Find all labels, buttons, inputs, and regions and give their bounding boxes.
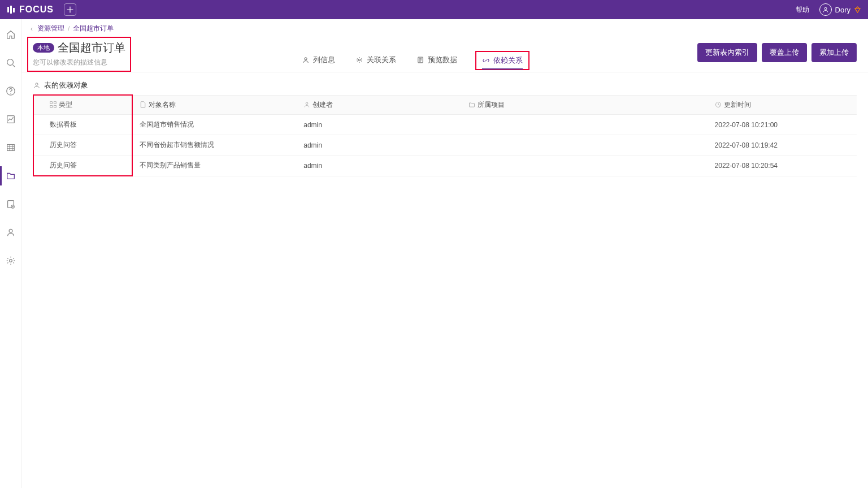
- svg-point-11: [9, 229, 12, 232]
- cell-type: 数据看板: [33, 115, 132, 135]
- svg-point-3: [824, 7, 827, 10]
- tab-columns-label: 列信息: [313, 55, 335, 65]
- page-title: 全国超市订单: [58, 40, 125, 55]
- topbar-left: FOCUS: [7, 3, 76, 16]
- title-block-highlight: 本地 全国超市订单 您可以修改表的描述信息: [27, 37, 131, 72]
- cell-updated: 2022-07-08 10:21:00: [692, 115, 857, 135]
- folder-icon: [468, 102, 475, 110]
- th-project: 所属项目: [462, 96, 692, 115]
- tab-dependency[interactable]: 依赖关系: [475, 51, 530, 70]
- th-updated: 更新时间: [692, 96, 857, 115]
- user-icon: [303, 102, 310, 110]
- source-badge: 本地: [33, 43, 54, 53]
- cell-project: [462, 115, 692, 135]
- append-upload-button[interactable]: 累加上传: [811, 43, 857, 62]
- breadcrumb-current[interactable]: 全国超市订单: [73, 24, 114, 33]
- topbar-right: 帮助 Dory: [796, 3, 861, 16]
- user-menu[interactable]: Dory: [819, 3, 861, 16]
- sidebar-chart[interactable]: [0, 112, 21, 127]
- table-header-row: 类型 对象名称 创建者 所属项目 更新时间: [33, 96, 857, 115]
- gear-icon: [355, 56, 363, 64]
- logo-icon: [7, 5, 16, 14]
- page-description[interactable]: 您可以修改表的描述信息: [33, 58, 125, 67]
- cell-creator: admin: [297, 115, 461, 135]
- list-icon: [416, 56, 424, 64]
- tabs: 列信息 关联关系 预览数据 依赖关系: [300, 49, 530, 72]
- svg-rect-0: [7, 7, 9, 12]
- user-name: Dory: [835, 6, 850, 14]
- svg-rect-8: [7, 145, 14, 151]
- section-title-text: 表的依赖对象: [44, 80, 88, 90]
- table-row[interactable]: 数据看板全国超市销售情况admin2022-07-08 10:21:00: [33, 115, 857, 135]
- cell-type: 历史问答: [33, 135, 132, 156]
- diamond-icon: [854, 6, 861, 14]
- cell-creator: admin: [297, 135, 461, 156]
- grid-icon: [50, 102, 57, 110]
- content: ‹ 资源管理 / 全国超市订单 本地 全国超市订单 您可以修改表的描述信息 列信…: [21, 19, 868, 488]
- breadcrumb: ‹ 资源管理 / 全国超市订单: [21, 19, 868, 36]
- tab-columns[interactable]: 列信息: [300, 49, 337, 72]
- th-creator: 创建者: [297, 96, 461, 115]
- sidebar-help[interactable]: [0, 84, 21, 98]
- topbar: FOCUS 帮助 Dory: [0, 0, 868, 19]
- cell-type: 历史问答: [33, 156, 132, 176]
- file-icon: [140, 102, 146, 110]
- breadcrumb-root[interactable]: 资源管理: [37, 24, 64, 33]
- user-icon: [33, 81, 41, 89]
- section-title: 表的依赖对象: [21, 72, 868, 95]
- sidebar-data[interactable]: [0, 197, 21, 211]
- avatar-icon: [819, 3, 832, 16]
- svg-rect-18: [54, 102, 57, 104]
- svg-rect-20: [54, 106, 57, 108]
- logo[interactable]: FOCUS: [7, 5, 54, 15]
- svg-rect-1: [10, 6, 12, 14]
- cell-project: [462, 135, 692, 156]
- cell-updated: 2022-07-08 10:19:42: [692, 135, 857, 156]
- svg-point-4: [7, 59, 13, 66]
- th-object-name: 对象名称: [132, 96, 297, 115]
- tab-preview[interactable]: 预览数据: [414, 49, 459, 72]
- cell-project: [462, 156, 692, 176]
- help-link[interactable]: 帮助: [796, 5, 809, 15]
- dependency-table: 类型 对象名称 创建者 所属项目 更新时间 数据看板全国超市销售情况admin2…: [21, 95, 868, 176]
- clock-icon: [715, 102, 722, 110]
- cell-object-name: 不同类别产品销售量: [132, 156, 297, 176]
- sidebar-folder[interactable]: [0, 169, 21, 183]
- svg-point-6: [10, 93, 11, 93]
- overwrite-upload-button[interactable]: 覆盖上传: [762, 43, 807, 62]
- new-button[interactable]: [64, 3, 76, 16]
- sidebar-settings[interactable]: [0, 253, 21, 268]
- th-type: 类型: [33, 96, 132, 115]
- sidebar-home[interactable]: [0, 27, 21, 42]
- svg-rect-17: [50, 102, 53, 104]
- svg-point-14: [358, 59, 360, 61]
- tab-dependency-label: 依赖关系: [493, 55, 523, 66]
- svg-point-21: [306, 102, 308, 105]
- cell-creator: admin: [297, 156, 461, 176]
- tab-relations-label: 关联关系: [367, 55, 396, 65]
- tab-relations[interactable]: 关联关系: [353, 49, 398, 72]
- svg-point-13: [304, 58, 306, 60]
- tab-preview-label: 预览数据: [428, 55, 457, 65]
- table-row[interactable]: 历史问答不同省份超市销售额情况admin2022-07-08 10:19:42: [33, 135, 857, 156]
- table-row[interactable]: 历史问答不同类别产品销售量admin2022-07-08 10:20:54: [33, 156, 857, 176]
- svg-rect-19: [50, 106, 53, 108]
- svg-point-12: [9, 260, 12, 262]
- action-buttons: 更新表内索引 覆盖上传 累加上传: [697, 43, 857, 66]
- sidebar: [0, 19, 21, 488]
- sidebar-user[interactable]: [0, 225, 21, 240]
- brand-name: FOCUS: [19, 5, 54, 15]
- chevron-left-icon: ‹: [31, 25, 33, 33]
- cell-object-name: 不同省份超市销售额情况: [132, 135, 297, 156]
- svg-point-16: [36, 83, 38, 85]
- page-header: 本地 全国超市订单 您可以修改表的描述信息 列信息 关联关系 预览数据: [21, 36, 868, 72]
- breadcrumb-sep: /: [68, 25, 70, 33]
- refresh-index-button[interactable]: 更新表内索引: [697, 43, 757, 62]
- sidebar-search[interactable]: [0, 55, 21, 70]
- cell-updated: 2022-07-08 10:20:54: [692, 156, 857, 176]
- user-icon: [302, 56, 310, 64]
- cell-object-name: 全国超市销售情况: [132, 115, 297, 135]
- link-icon: [482, 57, 490, 64]
- sidebar-table[interactable]: [0, 140, 21, 155]
- svg-rect-2: [13, 8, 15, 12]
